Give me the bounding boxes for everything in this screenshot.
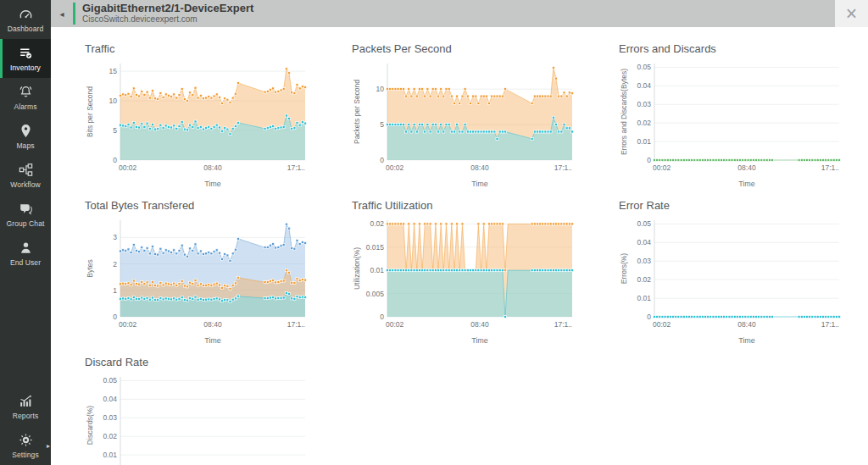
close-icon[interactable]: × — [835, 0, 868, 27]
svg-text:0.03: 0.03 — [637, 257, 651, 265]
sidebar-item-inventory[interactable]: Inventory — [0, 39, 51, 78]
svg-text:0.015: 0.015 — [366, 243, 385, 252]
alarms-icon — [18, 84, 34, 100]
svg-text:0: 0 — [380, 156, 384, 164]
svg-text:08:40: 08:40 — [737, 320, 756, 329]
svg-text:17:1..: 17:1.. — [821, 163, 839, 172]
svg-text:0: 0 — [113, 313, 117, 321]
sidebar-item-settings[interactable]: Settings▸ — [0, 426, 51, 465]
svg-text:0.03: 0.03 — [103, 413, 117, 422]
chart-title: Total Bytes Transfered — [85, 199, 352, 212]
svg-text:5: 5 — [113, 126, 117, 135]
svg-text:0.02: 0.02 — [103, 432, 117, 440]
svg-text:Time: Time — [471, 336, 488, 345]
svg-text:0.04: 0.04 — [103, 395, 117, 403]
svg-text:Packets per Second: Packets per Second — [353, 80, 361, 144]
traffic-utilization-plot: 00.0050.010.0150.02Utilization(%)00:0208… — [352, 213, 581, 347]
svg-text:17:1..: 17:1.. — [821, 320, 839, 329]
sidebar-item-alarms[interactable]: Alarms — [0, 78, 51, 117]
svg-text:5: 5 — [380, 120, 384, 129]
end-user-icon — [18, 240, 34, 256]
svg-text:0.05: 0.05 — [637, 63, 651, 71]
chart-title: Errors and Discards — [619, 42, 868, 55]
svg-text:2: 2 — [113, 260, 117, 268]
discard-rate-plot: 00.010.020.030.040.05Discards(%)00:0208:… — [85, 370, 314, 465]
svg-text:Utilization(%): Utilization(%) — [353, 247, 361, 290]
svg-text:0.02: 0.02 — [637, 275, 651, 284]
device-snapshot-window: DashboardInventoryAlarmsMapsWorkflowGrou… — [0, 0, 868, 465]
svg-text:Time: Time — [204, 336, 221, 345]
chart-discard-rate: Discard Rate00.010.020.030.040.05Discard… — [85, 356, 352, 465]
dashboard-icon — [18, 6, 34, 22]
svg-text:00:02: 00:02 — [119, 163, 137, 172]
svg-text:0: 0 — [113, 156, 117, 164]
svg-text:15: 15 — [109, 67, 118, 75]
svg-text:0.05: 0.05 — [103, 376, 117, 385]
chart-total-bytes-transfered: Total Bytes Transfered0123Bytes00:0208:4… — [85, 199, 352, 356]
sidebar-item-group-chat[interactable]: Group Chat — [0, 195, 51, 234]
svg-text:Errors(%): Errors(%) — [620, 253, 628, 285]
sidebar-item-label: Maps — [16, 141, 34, 150]
group-chat-icon — [18, 201, 34, 217]
traffic-plot: 051015Bits per Second00:0208:4017:1..Tim… — [85, 57, 314, 191]
chart-title: Error Rate — [619, 199, 868, 212]
sidebar-item-label: Settings — [12, 451, 39, 459]
svg-text:Errors and Discards(Bytes): Errors and Discards(Bytes) — [620, 69, 628, 155]
sidebar-spacer — [0, 273, 51, 387]
sidebar-item-reports[interactable]: Reports — [0, 387, 51, 426]
chart-packets-per-second: Packets Per Second0510Packets per Second… — [352, 42, 619, 199]
svg-text:08:40: 08:40 — [203, 320, 222, 329]
settings-icon — [18, 432, 34, 448]
svg-text:00:02: 00:02 — [386, 320, 404, 329]
svg-text:Bytes: Bytes — [86, 259, 94, 277]
chart-title: Packets Per Second — [352, 42, 619, 55]
chart-title: Traffic — [85, 42, 352, 55]
svg-text:0: 0 — [647, 156, 651, 164]
svg-text:Time: Time — [204, 180, 221, 188]
maps-icon — [18, 123, 34, 139]
sidebar-item-end-user[interactable]: End User — [0, 234, 51, 273]
svg-text:1: 1 — [113, 286, 117, 295]
page-title: GigabitEthernet2/1-DeviceExpert — [82, 3, 253, 14]
svg-text:3: 3 — [113, 233, 117, 241]
svg-text:0.01: 0.01 — [103, 451, 117, 459]
svg-text:Time: Time — [471, 180, 488, 188]
header-text: GigabitEthernet2/1-DeviceExpert CiscoSwi… — [82, 3, 253, 25]
sidebar: DashboardInventoryAlarmsMapsWorkflowGrou… — [0, 0, 51, 465]
device-hostname: CiscoSwitch.deviceexpert.com — [82, 14, 253, 25]
svg-text:10: 10 — [109, 97, 118, 105]
svg-text:17:1..: 17:1.. — [554, 163, 572, 172]
sidebar-item-maps[interactable]: Maps — [0, 117, 51, 156]
svg-text:Time: Time — [738, 180, 755, 188]
chart-traffic-utilization: Traffic Utilization00.0050.010.0150.02Ut… — [352, 199, 619, 356]
svg-text:08:40: 08:40 — [737, 163, 756, 172]
total-bytes-transfered-plot: 0123Bytes00:0208:4017:1..Time — [85, 213, 314, 347]
submenu-arrow-icon: ▸ — [47, 442, 50, 450]
svg-text:00:02: 00:02 — [653, 163, 671, 172]
status-accent-bar — [73, 3, 75, 25]
chart-title: Discard Rate — [85, 356, 352, 368]
chart-error-rate: Error Rate00.010.020.030.040.05Errors(%)… — [619, 199, 868, 356]
svg-text:Discards(%): Discards(%) — [86, 406, 94, 445]
back-icon[interactable]: ◂ — [51, 9, 73, 19]
sidebar-item-label: Dashboard — [8, 25, 43, 33]
sidebar-item-label: End User — [10, 258, 41, 267]
charts-grid: Traffic051015Bits per Second00:0208:4017… — [51, 27, 868, 465]
sidebar-item-label: Reports — [13, 412, 38, 420]
svg-text:Time: Time — [738, 336, 755, 345]
svg-text:00:02: 00:02 — [119, 320, 137, 329]
svg-text:10: 10 — [376, 85, 385, 93]
svg-text:08:40: 08:40 — [470, 163, 489, 172]
header-bar: ◂ GigabitEthernet2/1-DeviceExpert CiscoS… — [51, 0, 868, 27]
svg-text:17:1..: 17:1.. — [287, 320, 305, 329]
sidebar-item-workflow[interactable]: Workflow — [0, 156, 51, 195]
reports-icon — [18, 393, 34, 409]
svg-text:0.01: 0.01 — [637, 137, 651, 146]
svg-text:0: 0 — [380, 313, 384, 321]
svg-text:17:1..: 17:1.. — [287, 163, 305, 172]
svg-text:0.02: 0.02 — [637, 119, 651, 127]
chart-errors-and-discards: Errors and Discards00.010.020.030.040.05… — [619, 42, 868, 199]
svg-text:00:02: 00:02 — [653, 320, 671, 329]
sidebar-item-dashboard[interactable]: Dashboard — [0, 0, 51, 39]
svg-text:0: 0 — [647, 313, 651, 321]
